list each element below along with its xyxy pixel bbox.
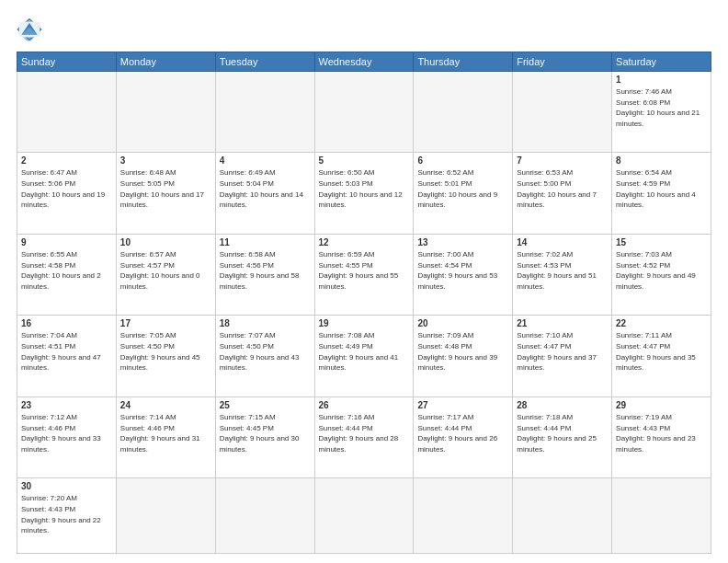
calendar-week-row: 9Sunrise: 6:55 AM Sunset: 4:58 PM Daylig… [17,234,711,315]
calendar-cell: 11Sunrise: 6:58 AM Sunset: 4:56 PM Dayli… [215,234,314,315]
day-info: Sunrise: 7:03 AM Sunset: 4:52 PM Dayligh… [616,249,707,292]
day-info: Sunrise: 7:10 AM Sunset: 4:47 PM Dayligh… [517,330,608,373]
day-number: 12 [319,237,410,247]
calendar-cell: 15Sunrise: 7:03 AM Sunset: 4:52 PM Dayli… [612,234,711,315]
day-info: Sunrise: 6:58 AM Sunset: 4:56 PM Dayligh… [220,249,311,292]
calendar-cell: 16Sunrise: 7:04 AM Sunset: 4:51 PM Dayli… [17,316,117,396]
day-number: 13 [417,237,508,247]
day-number: 19 [319,318,410,328]
calendar-cell: 30Sunrise: 7:20 AM Sunset: 4:43 PM Dayli… [17,478,117,554]
weekday-header-tuesday: Tuesday [215,52,314,72]
calendar-cell: 8Sunrise: 6:54 AM Sunset: 4:59 PM Daylig… [612,153,711,234]
calendar-cell: 6Sunrise: 6:52 AM Sunset: 5:01 PM Daylig… [414,153,513,234]
header [17,17,711,42]
calendar-cell: 23Sunrise: 7:12 AM Sunset: 4:46 PM Dayli… [17,396,117,477]
day-info: Sunrise: 7:17 AM Sunset: 4:44 PM Dayligh… [417,412,508,454]
day-number: 10 [120,237,211,247]
day-info: Sunrise: 6:49 AM Sunset: 5:04 PM Dayligh… [220,167,311,210]
day-number: 11 [220,237,311,247]
calendar-cell: 20Sunrise: 7:09 AM Sunset: 4:48 PM Dayli… [414,316,513,396]
calendar-cell [215,72,314,153]
day-info: Sunrise: 7:07 AM Sunset: 4:50 PM Dayligh… [220,330,311,373]
weekday-header-monday: Monday [116,52,215,72]
calendar-cell: 19Sunrise: 7:08 AM Sunset: 4:49 PM Dayli… [314,316,414,396]
day-number: 2 [21,155,112,166]
calendar-cell [116,72,215,153]
weekday-header-row: SundayMondayTuesdayWednesdayThursdayFrid… [17,52,711,72]
day-number: 21 [517,318,608,328]
day-number: 9 [21,237,112,247]
day-info: Sunrise: 7:00 AM Sunset: 4:54 PM Dayligh… [417,249,508,292]
day-info: Sunrise: 7:11 AM Sunset: 4:47 PM Dayligh… [616,330,707,373]
day-number: 20 [417,318,508,328]
day-info: Sunrise: 7:20 AM Sunset: 4:43 PM Dayligh… [21,493,112,535]
calendar-cell [414,72,513,153]
calendar-cell [116,478,215,554]
calendar-cell: 21Sunrise: 7:10 AM Sunset: 4:47 PM Dayli… [513,316,612,396]
day-info: Sunrise: 7:09 AM Sunset: 4:48 PM Dayligh… [417,330,508,373]
day-number: 18 [220,318,311,328]
calendar-cell: 24Sunrise: 7:14 AM Sunset: 4:46 PM Dayli… [116,396,215,477]
calendar-cell: 12Sunrise: 6:59 AM Sunset: 4:55 PM Dayli… [314,234,414,315]
calendar-cell: 5Sunrise: 6:50 AM Sunset: 5:03 PM Daylig… [314,153,414,234]
calendar-cell: 27Sunrise: 7:17 AM Sunset: 4:44 PM Dayli… [414,396,513,477]
day-info: Sunrise: 7:04 AM Sunset: 4:51 PM Dayligh… [21,330,112,373]
weekday-header-saturday: Saturday [612,52,711,72]
page: SundayMondayTuesdayWednesdayThursdayFrid… [0,0,728,563]
day-info: Sunrise: 6:50 AM Sunset: 5:03 PM Dayligh… [319,167,410,210]
day-info: Sunrise: 6:48 AM Sunset: 5:05 PM Dayligh… [120,167,211,210]
calendar-cell: 13Sunrise: 7:00 AM Sunset: 4:54 PM Dayli… [414,234,513,315]
calendar-cell: 14Sunrise: 7:02 AM Sunset: 4:53 PM Dayli… [513,234,612,315]
day-number: 28 [517,400,608,410]
calendar-cell: 28Sunrise: 7:18 AM Sunset: 4:44 PM Dayli… [513,396,612,477]
day-number: 1 [616,75,707,85]
day-number: 26 [319,400,410,410]
calendar-cell [513,478,612,554]
calendar-cell: 3Sunrise: 6:48 AM Sunset: 5:05 PM Daylig… [116,153,215,234]
day-number: 5 [319,155,410,166]
day-info: Sunrise: 7:19 AM Sunset: 4:43 PM Dayligh… [616,412,707,454]
day-number: 3 [120,155,211,166]
generalblue-logo-icon [17,17,42,42]
calendar-cell: 17Sunrise: 7:05 AM Sunset: 4:50 PM Dayli… [116,316,215,396]
calendar-table: SundayMondayTuesdayWednesdayThursdayFrid… [17,52,711,554]
calendar-cell: 29Sunrise: 7:19 AM Sunset: 4:43 PM Dayli… [612,396,711,477]
day-info: Sunrise: 7:14 AM Sunset: 4:46 PM Dayligh… [120,412,211,454]
calendar-week-row: 30Sunrise: 7:20 AM Sunset: 4:43 PM Dayli… [17,478,711,554]
day-number: 30 [21,481,112,491]
calendar-cell [513,72,612,153]
calendar-cell [17,72,117,153]
day-info: Sunrise: 7:12 AM Sunset: 4:46 PM Dayligh… [21,412,112,454]
day-number: 4 [220,155,311,166]
day-number: 24 [120,400,211,410]
day-info: Sunrise: 6:55 AM Sunset: 4:58 PM Dayligh… [21,249,112,292]
day-number: 23 [21,400,112,410]
calendar-cell: 18Sunrise: 7:07 AM Sunset: 4:50 PM Dayli… [215,316,314,396]
day-info: Sunrise: 7:18 AM Sunset: 4:44 PM Dayligh… [517,412,608,454]
day-number: 8 [616,155,707,166]
weekday-header-friday: Friday [513,52,612,72]
calendar-cell: 25Sunrise: 7:15 AM Sunset: 4:45 PM Dayli… [215,396,314,477]
day-info: Sunrise: 7:46 AM Sunset: 6:08 PM Dayligh… [616,86,707,129]
calendar-cell [215,478,314,554]
day-number: 17 [120,318,211,328]
calendar-week-row: 23Sunrise: 7:12 AM Sunset: 4:46 PM Dayli… [17,396,711,477]
calendar-cell: 10Sunrise: 6:57 AM Sunset: 4:57 PM Dayli… [116,234,215,315]
weekday-header-thursday: Thursday [414,52,513,72]
day-info: Sunrise: 6:54 AM Sunset: 4:59 PM Dayligh… [616,167,707,210]
calendar-week-row: 1Sunrise: 7:46 AM Sunset: 6:08 PM Daylig… [17,72,711,153]
calendar-cell: 1Sunrise: 7:46 AM Sunset: 6:08 PM Daylig… [612,72,711,153]
calendar-week-row: 2Sunrise: 6:47 AM Sunset: 5:06 PM Daylig… [17,153,711,234]
day-number: 15 [616,237,707,247]
day-info: Sunrise: 7:02 AM Sunset: 4:53 PM Dayligh… [517,249,608,292]
calendar-cell: 9Sunrise: 6:55 AM Sunset: 4:58 PM Daylig… [17,234,117,315]
day-number: 7 [517,155,608,166]
day-info: Sunrise: 6:53 AM Sunset: 5:00 PM Dayligh… [517,167,608,210]
calendar-cell [314,72,414,153]
calendar-cell [414,478,513,554]
day-number: 25 [220,400,311,410]
day-number: 27 [417,400,508,410]
logo [17,17,46,42]
calendar-cell: 4Sunrise: 6:49 AM Sunset: 5:04 PM Daylig… [215,153,314,234]
day-info: Sunrise: 7:05 AM Sunset: 4:50 PM Dayligh… [120,330,211,373]
